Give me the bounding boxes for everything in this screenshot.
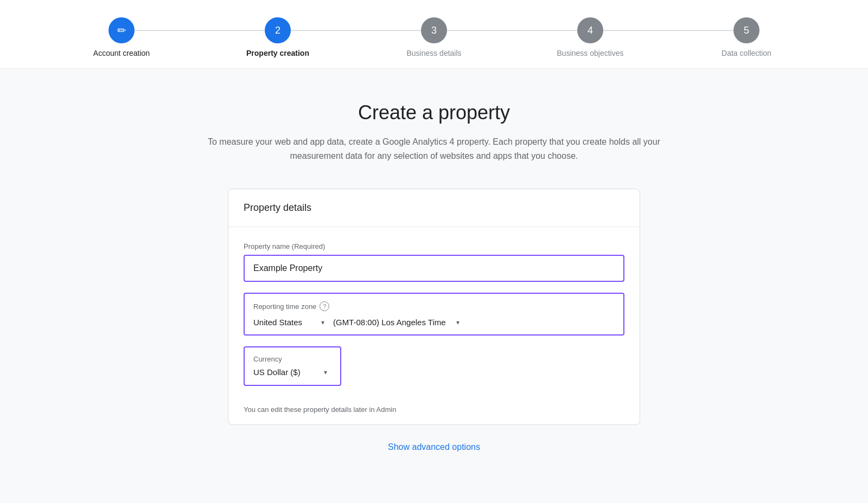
main-content: Create a property To measure your web an… bbox=[0, 69, 868, 474]
step-label-property-creation: Property creation bbox=[246, 49, 309, 57]
step-circle-3: 3 bbox=[421, 17, 447, 43]
page-description: To measure your web and app data, create… bbox=[190, 135, 678, 163]
step-circle-1: ✏ bbox=[108, 17, 135, 43]
property-name-input[interactable] bbox=[244, 255, 624, 282]
step-business-details: 3 Business details bbox=[356, 17, 512, 57]
timezone-select[interactable]: (GMT-08:00) Los Angeles Time (GMT-05:00)… bbox=[333, 318, 459, 327]
property-details-card: Property details Property name (Required… bbox=[228, 189, 640, 425]
property-name-group: Property name (Required) bbox=[244, 242, 624, 282]
step-label-business-details: Business details bbox=[406, 49, 461, 57]
step-account-creation: ✏ Account creation bbox=[43, 17, 200, 57]
country-select-wrapper: United States Canada United Kingdom ▾ bbox=[253, 318, 324, 327]
currency-select[interactable]: US Dollar ($) Euro (€) British Pound (£) bbox=[253, 367, 327, 377]
step-label-data-collection: Data collection bbox=[722, 49, 771, 57]
country-select[interactable]: United States Canada United Kingdom bbox=[253, 318, 324, 327]
step-label-business-objectives: Business objectives bbox=[557, 49, 624, 57]
show-advanced-options-link[interactable]: Show advanced options bbox=[388, 442, 480, 452]
step-property-creation: 2 Property creation bbox=[200, 17, 356, 57]
timezone-select-wrapper: (GMT-08:00) Los Angeles Time (GMT-05:00)… bbox=[333, 318, 459, 327]
card-header-title: Property details bbox=[244, 202, 311, 213]
currency-select-wrapper: US Dollar ($) Euro (€) British Pound (£)… bbox=[253, 367, 327, 377]
stepper: ✏ Account creation 2 Property creation 3… bbox=[0, 0, 868, 69]
step-circle-2: 2 bbox=[265, 17, 291, 43]
timezone-label: Reporting time zone ? bbox=[253, 301, 615, 311]
step-circle-5: 5 bbox=[733, 17, 760, 43]
card-body: Property name (Required) Reporting time … bbox=[228, 227, 640, 424]
step-circle-4: 4 bbox=[577, 17, 603, 43]
page-title: Create a property bbox=[358, 101, 510, 124]
reporting-timezone-group: Reporting time zone ? United States Cana… bbox=[244, 293, 624, 336]
property-name-label: Property name (Required) bbox=[244, 242, 624, 250]
selects-row: United States Canada United Kingdom ▾ (G… bbox=[253, 318, 615, 327]
currency-box: Currency US Dollar ($) Euro (€) British … bbox=[244, 346, 341, 386]
card-header: Property details bbox=[228, 189, 640, 227]
currency-label: Currency bbox=[253, 355, 331, 363]
currency-group: Currency US Dollar ($) Euro (€) British … bbox=[244, 346, 624, 395]
step-data-collection: 5 Data collection bbox=[668, 17, 825, 57]
pencil-icon: ✏ bbox=[117, 24, 126, 37]
step-business-objectives: 4 Business objectives bbox=[512, 17, 668, 57]
timezone-help-icon[interactable]: ? bbox=[320, 301, 329, 311]
timezone-box: Reporting time zone ? United States Cana… bbox=[244, 293, 624, 336]
edit-hint: You can edit these property details late… bbox=[244, 405, 624, 414]
step-label-account-creation: Account creation bbox=[93, 49, 150, 57]
